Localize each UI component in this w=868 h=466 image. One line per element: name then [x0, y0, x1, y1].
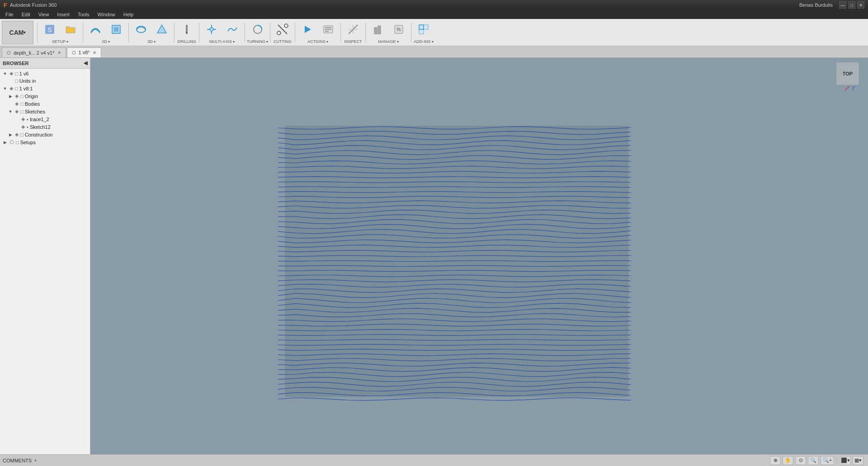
expand-1v6[interactable]: ▼ — [2, 71, 8, 76]
toolbar-separator-9 — [365, 23, 366, 42]
manage-post-library-button[interactable]: % — [388, 21, 409, 39]
svg-text:Z: Z — [854, 86, 855, 88]
2d-adaptive-button[interactable] — [85, 21, 106, 39]
label-1v6: 1 v6 — [19, 71, 29, 76]
2d-pocket-button[interactable] — [106, 21, 127, 39]
svg-text:S: S — [47, 26, 52, 33]
axis-z-icon: Z — [850, 86, 856, 91]
addins-dropdown-arrow: ▾ — [432, 40, 434, 44]
tree-item-construction[interactable]: ▶ ◈ □ Construction — [0, 131, 90, 138]
grid-button[interactable]: ▦▾ — [853, 456, 863, 465]
tree-item-bodies[interactable]: ◈ □ Bodies — [0, 100, 90, 108]
label-construction: Construction — [25, 132, 53, 137]
multiaxis-button1[interactable] — [201, 21, 222, 39]
tree-item-setups[interactable]: ▶ ⬡ □ Setups — [0, 138, 90, 146]
toolbar-separator-10 — [411, 23, 411, 42]
turning-buttons — [247, 21, 268, 39]
maximize-button[interactable]: □ — [848, 1, 855, 9]
zoom-in-button[interactable]: 🔍+ — [821, 456, 834, 465]
actions-simulate-icon — [301, 23, 314, 37]
toolbar: CAM ▾ S SETUP ▾ — [0, 19, 868, 46]
svg-rect-21 — [374, 28, 377, 34]
orbit-button[interactable]: ⊙ — [795, 456, 806, 465]
3d-dropdown-arrow: ▾ — [154, 40, 156, 44]
toolbar-separator-7 — [295, 23, 295, 42]
tree-item-trace12[interactable]: ◈ ▪ trace1_2 — [0, 115, 90, 123]
comments-section: COMMENTS ● — [3, 458, 37, 463]
view-cube-label: TOP — [843, 71, 853, 76]
expand-sketches[interactable]: ▼ — [7, 109, 14, 114]
3d-adaptive-button[interactable] — [131, 21, 151, 39]
tree-item-origin[interactable]: ▶ ◈ □ Origin — [0, 92, 90, 100]
actions-postprocess-button[interactable] — [318, 21, 339, 39]
folder-icon-setups: □ — [16, 140, 19, 145]
eye-icon-origin: ◈ — [15, 93, 19, 99]
close-button[interactable]: ✕ — [857, 1, 864, 9]
tree-item-1v6[interactable]: ▼ ◈ □ 1 v6 — [0, 70, 90, 77]
addins-label: ADD-INS ▾ — [414, 39, 433, 44]
menu-help[interactable]: Help — [120, 11, 137, 18]
addins-button[interactable] — [413, 21, 434, 39]
toolbar-section-drilling: DRILLING — [176, 21, 197, 44]
cam-workspace-button[interactable]: CAM ▾ — [2, 21, 33, 44]
tree-item-1v81[interactable]: ▼ ◈ □ 1 v8:1 — [0, 85, 90, 92]
minimize-button[interactable]: — — [839, 1, 846, 9]
menu-file[interactable]: File — [2, 11, 17, 18]
titlebar-right: Benas Burdulis — □ ✕ — [799, 1, 864, 9]
titlebar-left: F Autodesk Fusion 360 — [4, 2, 57, 9]
display-mode-button[interactable]: ⬛▾ — [840, 456, 851, 465]
tree-item-sketches[interactable]: ▼ ◈ □ Sketches — [0, 108, 90, 115]
toolbar-separator-2 — [128, 23, 129, 42]
eye-icon-sketch12: ◈ — [21, 124, 25, 130]
setup-new-button[interactable]: S — [39, 21, 60, 39]
setup-open-button[interactable] — [60, 21, 81, 39]
menu-tools[interactable]: Tools — [74, 11, 93, 18]
3d-pocket-button[interactable] — [151, 21, 172, 39]
inspect-button[interactable] — [343, 21, 363, 39]
app-title: Autodesk Fusion 360 — [10, 2, 57, 8]
menu-view[interactable]: View — [35, 11, 53, 18]
actions-simulate-button[interactable] — [297, 21, 318, 39]
menu-insert[interactable]: Insert — [53, 11, 73, 18]
pan-button[interactable]: ✋ — [783, 456, 793, 465]
expand-origin[interactable]: ▶ — [7, 94, 14, 99]
tab-depth-close[interactable]: ✕ — [57, 50, 61, 55]
2d-buttons — [85, 21, 127, 39]
browser-expand-icon[interactable]: ◀ — [84, 60, 87, 66]
inspect-buttons — [343, 21, 363, 39]
menu-window[interactable]: Window — [94, 11, 119, 18]
expand-1v81[interactable]: ▼ — [2, 86, 8, 91]
multiaxis-buttons — [201, 21, 243, 39]
browser-title: BROWSER — [3, 61, 28, 66]
manage-tool-library-button[interactable] — [368, 21, 388, 39]
expand-setups[interactable]: ▶ — [2, 140, 8, 145]
expand-construction[interactable]: ▶ — [7, 132, 14, 137]
cutting-button[interactable] — [272, 21, 293, 39]
turning-icon — [251, 23, 264, 37]
svg-point-11 — [277, 31, 281, 35]
multiaxis-button2[interactable] — [222, 21, 243, 39]
view-cube[interactable]: TOP — [836, 62, 859, 85]
drilling-button[interactable] — [176, 21, 197, 39]
tree-item-units[interactable]: □ Units in — [0, 77, 90, 85]
turning-button[interactable] — [247, 21, 268, 39]
tab-v8-close[interactable]: ✕ — [93, 50, 96, 55]
svg-marker-13 — [305, 26, 311, 33]
drilling-label: DRILLING — [177, 39, 196, 44]
menu-edit[interactable]: Edit — [18, 11, 34, 18]
zoom-button[interactable]: 🔍 — [808, 456, 819, 465]
tab-v8-icon: ⬡ — [72, 50, 76, 55]
toolbar-separator-4 — [199, 23, 199, 42]
cam-arrow: ▾ — [24, 30, 26, 35]
tab-depth[interactable]: ⬡ depth_li... 2 v4 v1* ✕ — [2, 47, 66, 57]
snap-button[interactable]: ⊕ — [770, 456, 781, 465]
cutting-icon — [276, 23, 289, 37]
tree-item-sketch12[interactable]: ◈ ▪ Sketch12 — [0, 123, 90, 131]
multiaxis-label: MULTI-AXIS ▾ — [209, 39, 235, 44]
tab-v8[interactable]: ⬡ 1 v8° ✕ — [67, 47, 101, 57]
viewport[interactable]: TOP X Z // Generate toolpath lines (func… — [90, 58, 868, 454]
vc-separator — [837, 457, 837, 465]
sidebar: BROWSER ◀ ▼ ◈ □ 1 v6 □ Units in ▼ ◈ □ — [0, 58, 90, 454]
main-area: BROWSER ◀ ▼ ◈ □ 1 v6 □ Units in ▼ ◈ □ — [0, 58, 868, 454]
svg-text:%: % — [396, 27, 401, 32]
